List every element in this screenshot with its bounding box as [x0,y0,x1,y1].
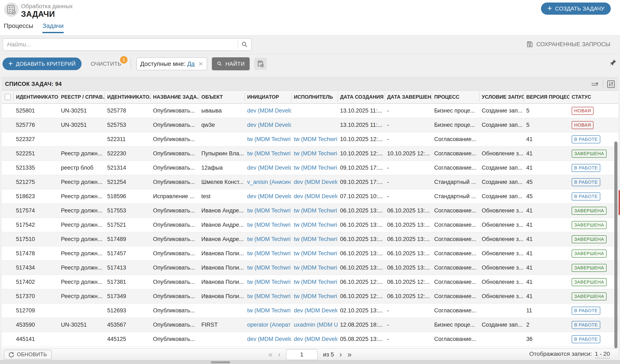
cell-version: 5 [524,118,569,132]
clear-button[interactable]: ОЧИСТИТЬ 1 [91,61,121,67]
column-header[interactable]: ИДЕНТИФИКАТО... [14,91,58,103]
save-query-button[interactable] [254,58,267,70]
cell-executor[interactable]: dev (MDM Develo [291,189,338,204]
filter-chip-available-to-me[interactable]: Доступные мне: Да [136,57,207,70]
cell-initiator[interactable]: tw (MDM Techwri [245,146,291,160]
cell-finished: - [385,118,432,132]
cell-object: Пупыркин Вла... [199,146,245,160]
column-header[interactable]: СТАТУС [569,91,618,103]
table-row[interactable]: 521275Реестр должн...521254Опубликовать.… [2,175,618,189]
column-header[interactable]: ДАТА СОЗДАНИЯ [338,91,385,103]
column-header[interactable]: ВЕРСИЯ ПРОЦЕС... [524,91,569,103]
cell-initiator[interactable]: tw (MDM Techwri [245,204,291,218]
cell-executor[interactable]: tw (MDM Techwri [291,161,338,175]
refresh-button[interactable]: ОБНОВИТЬ [4,350,52,359]
find-button[interactable]: НАЙТИ [212,57,250,70]
saved-queries-button[interactable]: СОХРАНЕННЫЕ ЗАПРОСЫ [526,41,610,48]
column-header[interactable]: РЕЕСТР / СПРАВ... [58,91,105,103]
search-icon[interactable] [238,41,251,48]
remove-chip-icon[interactable] [198,61,203,67]
cell-id: 521275 [14,175,58,189]
cell-finished: - [385,304,432,318]
cell-initiator[interactable]: dev (MDM Develo [245,104,291,118]
vertical-scrollbar[interactable] [614,142,618,348]
table-row[interactable]: 453590UN-30251453567Опубликовать...FIRST… [2,318,618,332]
column-header[interactable]: ИНИЦИАТОР [245,91,291,103]
column-header[interactable]: ИСПОЛНИТЕЛЬ [291,91,338,103]
cell-initiator[interactable]: tw (MDM Techwri [245,132,291,146]
select-all-cell[interactable] [2,91,14,103]
column-header[interactable]: ИДЕНТИФИКАТО... [105,91,151,103]
table-row[interactable]: 521335реестр блоб521314Опубликовать...12… [2,161,618,175]
cell-initiator[interactable]: dev (MDM Develo [245,332,291,346]
horizontal-scrollbar[interactable] [0,360,620,364]
prev-page-button[interactable]: ‹ [278,351,280,358]
cell-object: FIRST [199,318,245,332]
cell-executor[interactable]: dev (MDM Develo [291,304,338,318]
next-page-button[interactable]: › [340,351,342,358]
tab-tasks[interactable]: Задачи [43,22,64,33]
cell-executor[interactable]: tw (MDM Techwri [291,275,338,289]
table-row[interactable]: 522327522311Опубликовать...tw (MDM Techw… [2,132,618,146]
column-settings-icon[interactable] [607,80,615,88]
cell-initiator[interactable]: tw (MDM Techwri [245,289,291,303]
cell-executor[interactable]: tw (MDM Techwri [291,132,338,146]
table-row[interactable]: 517434Реестр должн...517413Опубликовать.… [2,261,618,275]
select-all-checkbox[interactable] [5,94,11,100]
table-row[interactable]: 517510Реестр должн...517489Опубликовать.… [2,232,618,247]
cell-initiator[interactable]: tw (MDM Techwri [245,218,291,232]
cell-executor[interactable]: tw (MDM Techwri [291,204,338,218]
cell-executor[interactable]: tw (MDM Techwri [291,146,338,160]
table-row[interactable]: 517542Реестр должн...517521Опубликовать.… [2,218,618,232]
table-row[interactable]: 512709512693Опубликовать...tw (MDM Techw… [2,304,618,318]
horizontal-scrollbar-thumb[interactable] [211,361,230,363]
pin-icon[interactable] [609,59,617,66]
column-header[interactable]: ПРОЦЕСС [432,91,479,103]
table-row[interactable]: 525801UN-30251525778Опубликовать...ываыв… [2,104,618,118]
cell-executor[interactable]: dev (MDM Develo [291,175,338,189]
cell-executor[interactable]: dev (MDM Develo [291,332,338,346]
cell-executor[interactable]: tw (MDM Techwri [291,289,338,303]
cell-process: Согласование... [432,132,479,146]
cell-initiator[interactable]: tw (MDM Techwri [245,275,291,289]
cell-initiator[interactable]: tw (MDM Techwri [245,261,291,275]
column-header[interactable]: УСЛОВИЕ ЗАПУС... [479,91,524,103]
table-row[interactable]: 517402Реестр должн...517381Опубликовать.… [2,275,618,289]
table-row[interactable]: 522251Реестр должн...522230Опубликовать.… [2,146,618,161]
cell-executor[interactable]: tw (MDM Techwri [291,232,338,246]
table-row[interactable]: 525776UN-30251525753Опубликовать...qw3ed… [2,118,618,132]
table-row[interactable]: 517574Реестр должн...517553Опубликовать.… [2,204,618,218]
cell-executor[interactable]: tw (MDM Techwri [291,261,338,275]
tab-processes[interactable]: Процессы [4,22,33,33]
cell-initiator[interactable]: tw (MDM Techwri [245,232,291,246]
first-page-button[interactable]: « [268,351,273,358]
create-task-button[interactable]: + СОЗДАТЬ ЗАДАЧУ [541,2,611,15]
table-row[interactable]: 517370Реестр должн...517349Опубликовать.… [2,289,618,304]
cell-created: 06.10.2025 13:... [338,204,385,218]
last-page-button[interactable]: » [347,351,352,358]
column-header[interactable]: ДАТА ЗАВЕРШЕН... [385,91,432,103]
table-row[interactable]: 518623Реестр должн...518596Исправление .… [2,189,618,204]
records-range-selector[interactable]: 1 - 20 [595,350,610,358]
table-row[interactable]: 445141445125Опубликовать...dev (MDM Deve… [2,332,618,346]
cell-initiator[interactable]: dev (MDM Develo [245,189,291,204]
status-badge: ЗАВЕРШЕНА [572,150,606,158]
column-header[interactable]: ОБЪЕКТ [199,91,245,103]
cell-executor[interactable]: tw (MDM Techwri [291,247,338,261]
cell-initiator[interactable]: operator (Аперат [245,318,291,332]
add-criteria-button[interactable]: + ДОБАВИТЬ КРИТЕРИЙ [2,58,81,70]
table-row[interactable]: 517478Реестр должн...517457Опубликовать.… [2,247,618,261]
cell-initiator[interactable]: dev (MDM Develo [245,161,291,175]
chip-value-link[interactable]: Да [187,60,195,67]
cell-executor[interactable]: tw (MDM Techwri [291,218,338,232]
expand-columns-icon[interactable] [590,81,599,87]
page-number-input[interactable] [286,349,318,360]
cell-initiator[interactable]: dev (MDM Develo [245,118,291,132]
status-badge: В РАБОТЕ [572,178,600,186]
cell-executor[interactable]: uxadmin (MDM U [291,318,338,332]
cell-initiator[interactable]: tw (MDM Techwri [245,247,291,261]
cell-initiator[interactable]: v_anisin (Анисин [245,175,291,189]
cell-initiator[interactable]: tw (MDM Techwri [245,304,291,318]
search-input[interactable] [3,39,238,50]
column-header[interactable]: НАЗВАНИЕ ЗАДА... [151,91,199,103]
